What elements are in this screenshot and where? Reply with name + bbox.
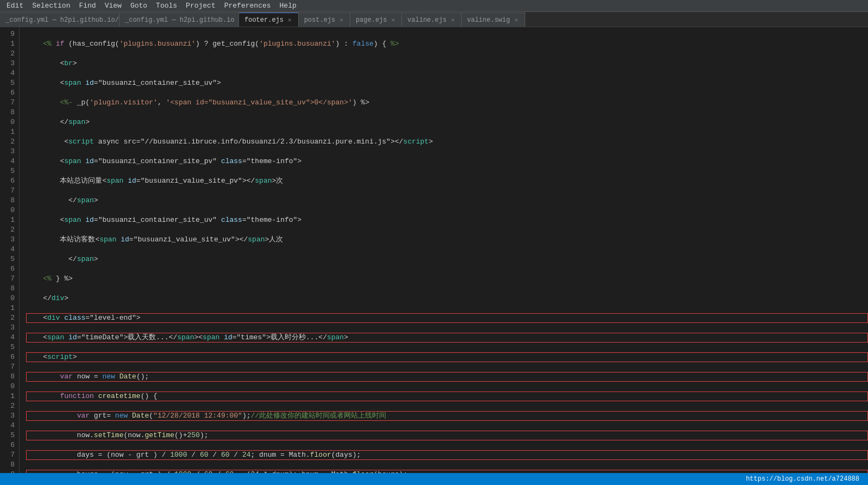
tab-bar: _config.yml — h2pi.github.io/themes/caru…	[0, 12, 868, 27]
menu-goto[interactable]: Goto	[126, 0, 152, 12]
tab-label: valine.swig	[467, 16, 510, 24]
tab-valine-swig[interactable]: valine.swig ✕	[462, 13, 525, 27]
menu-tools[interactable]: Tools	[152, 0, 181, 12]
tab-close-icon[interactable]: ✕	[513, 16, 519, 24]
tab-label: footer.ejs	[244, 16, 284, 24]
tab-close-icon[interactable]: ✕	[450, 16, 456, 24]
tab-label: post.ejs	[304, 16, 336, 24]
tab-valine-ejs[interactable]: valine.ejs ✕	[402, 13, 462, 27]
menu-edit[interactable]: Edit	[2, 0, 28, 12]
menu-bar: Edit Selection Find View Goto Tools Proj…	[0, 0, 868, 12]
tab-config-yml-carus[interactable]: _config.yml — h2pi.github.io/themes/caru…	[0, 13, 119, 27]
tab-label: valine.ejs	[407, 16, 446, 24]
status-url: https://blog.csdn.net/a724888	[741, 475, 864, 483]
code-area[interactable]: <% if (has_config('plugins.busuanzi') ? …	[20, 27, 868, 473]
menu-project[interactable]: Project	[181, 0, 220, 12]
tab-footer-ejs[interactable]: footer.ejs ✕	[239, 13, 299, 27]
menu-view[interactable]: View	[100, 0, 126, 12]
menu-help[interactable]: Help	[275, 0, 301, 12]
tab-label: _config.yml — h2pi.github.io	[125, 16, 235, 24]
menu-find[interactable]: Find	[74, 0, 100, 12]
tab-label: page.ejs	[356, 16, 387, 24]
status-bar: https://blog.csdn.net/a724888	[0, 473, 868, 485]
tab-close-icon[interactable]: ✕	[287, 16, 293, 24]
tab-close-icon[interactable]: ✕	[390, 16, 396, 24]
tab-close-icon[interactable]: ✕	[338, 16, 344, 24]
menu-preferences[interactable]: Preferences	[220, 0, 275, 12]
menu-selection[interactable]: Selection	[28, 0, 74, 12]
tab-post-ejs[interactable]: post.ejs ✕	[299, 13, 350, 27]
tab-config-yml[interactable]: _config.yml — h2pi.github.io ✕	[119, 13, 239, 27]
line-numbers: 9 1 2 3 4 5 6 7 8 0 1 2 3 4 5 6 7 8 0 1 …	[0, 27, 20, 473]
editor: 9 1 2 3 4 5 6 7 8 0 1 2 3 4 5 6 7 8 0 1 …	[0, 27, 868, 473]
tab-page-ejs[interactable]: page.ejs ✕	[350, 13, 402, 27]
